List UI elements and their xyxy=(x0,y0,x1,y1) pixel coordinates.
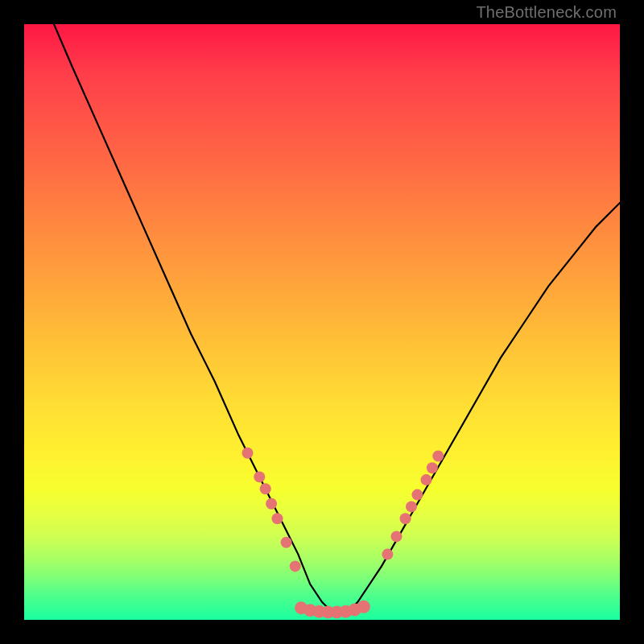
chart-frame: TheBottleneck.com xyxy=(0,0,644,644)
watermark-text: TheBottleneck.com xyxy=(476,3,617,22)
curve-marker xyxy=(260,483,271,494)
curve-marker xyxy=(391,530,402,542)
markers-left xyxy=(242,448,301,572)
curve-marker xyxy=(427,462,438,473)
curve-marker xyxy=(432,451,444,462)
curve-marker xyxy=(290,560,301,572)
curve-marker xyxy=(254,471,265,482)
curve-marker xyxy=(400,513,411,524)
curve-marker xyxy=(411,489,423,501)
markers-floor xyxy=(295,601,370,619)
bottleneck-curve xyxy=(54,24,620,614)
curve-marker xyxy=(382,549,393,560)
curve-marker xyxy=(357,601,370,613)
plot-area xyxy=(24,24,620,620)
curve-marker xyxy=(421,474,432,485)
curve-marker xyxy=(272,513,283,524)
curve-marker xyxy=(266,498,277,510)
curve-svg xyxy=(24,24,620,620)
curve-marker xyxy=(406,501,417,512)
markers-right xyxy=(382,451,444,560)
curve-marker xyxy=(281,537,292,548)
curve-marker xyxy=(242,448,254,459)
